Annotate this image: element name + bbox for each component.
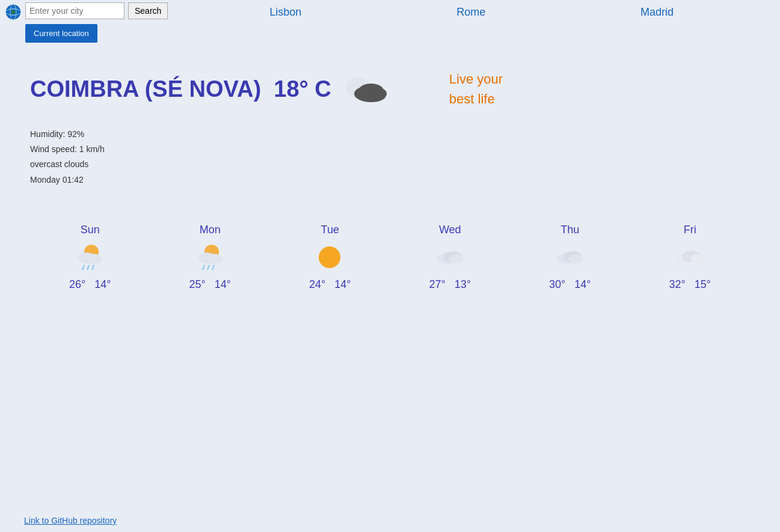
nav-city-rome[interactable]: Rome — [444, 4, 497, 21]
forecast-day-name-1: Mon — [200, 224, 221, 236]
forecast-icon-4 — [552, 242, 588, 272]
forecast-high-0: 26° — [69, 278, 85, 290]
forecast-icon-3 — [432, 242, 468, 272]
forecast-day-name-4: Thu — [560, 224, 579, 236]
forecast-day-tue: Tue 24° 14° — [294, 224, 366, 291]
svg-line-18 — [203, 265, 204, 270]
forecast-icon-2 — [312, 242, 348, 272]
weather-time: Monday 01:42 — [30, 173, 750, 188]
forecast-icon-0 — [72, 242, 108, 272]
city-nav: Lisbon Rome Madrid — [168, 2, 775, 22]
nav-city-lisbon[interactable]: Lisbon — [257, 4, 313, 21]
forecast-day-name-0: Sun — [81, 224, 100, 236]
svg-line-12 — [82, 265, 84, 270]
promo-line2: best life — [449, 91, 495, 106]
forecast-icon-1 — [192, 242, 228, 272]
search-input[interactable] — [25, 2, 124, 19]
github-link[interactable]: Link to GitHub repository — [24, 516, 117, 525]
svg-point-30 — [690, 254, 705, 264]
svg-point-24 — [449, 254, 464, 264]
forecast-day-thu: Thu 30° 14° — [534, 224, 606, 291]
svg-line-13 — [87, 265, 89, 270]
footer: Link to GitHub repository — [24, 515, 117, 526]
forecast-high-1: 25° — [189, 278, 206, 290]
humidity: Humidity: 92% — [30, 127, 750, 142]
description: overcast clouds — [30, 157, 750, 172]
forecast-high-5: 32° — [669, 278, 686, 290]
forecast-day-name-2: Tue — [321, 224, 339, 236]
weather-main: COIMBRA (SÉ NOVA) 18° C Live your best l… — [30, 69, 750, 109]
forecast-high-3: 27° — [429, 278, 446, 290]
forecast-low-2: 14° — [334, 278, 351, 290]
svg-point-3 — [11, 10, 15, 14]
forecast-day-sun: Sun 26° 14° — [54, 224, 126, 291]
forecast-temps-3: 27° 13° — [429, 278, 471, 291]
svg-point-27 — [569, 254, 583, 264]
nav-city-madrid[interactable]: Madrid — [628, 4, 686, 21]
forecast-row: Sun 26° 14° — [30, 224, 750, 291]
search-row: Search — [25, 2, 168, 19]
search-section: Search Current location — [25, 2, 168, 43]
forecast-icon-5 — [672, 242, 708, 272]
weather-details: Humidity: 92% Wind speed: 1 km/h overcas… — [30, 127, 750, 188]
forecast-day-name-5: Fri — [684, 224, 696, 236]
forecast-low-5: 15° — [695, 278, 711, 290]
main-content: COIMBRA (SÉ NOVA) 18° C Live your best l… — [0, 45, 780, 303]
svg-point-17 — [203, 254, 223, 264]
forecast-high-2: 24° — [309, 278, 325, 290]
top-bar: Search Current location Lisbon Rome Madr… — [0, 0, 780, 45]
forecast-day-mon: Mon 25° 14° — [174, 224, 246, 291]
promo-text: Live your best life — [449, 69, 503, 109]
search-button[interactable]: Search — [128, 2, 168, 19]
forecast-low-4: 14° — [574, 278, 591, 290]
promo-line1: Live your — [449, 72, 503, 87]
wind-speed: Wind speed: 1 km/h — [30, 142, 750, 157]
forecast-day-wed: Wed 27° 13° — [414, 224, 486, 291]
svg-point-8 — [357, 90, 385, 102]
forecast-low-1: 14° — [215, 278, 231, 290]
svg-line-19 — [207, 265, 209, 270]
temperature: 18° C — [274, 76, 331, 102]
globe-icon — [5, 4, 22, 20]
svg-point-21 — [319, 246, 340, 268]
forecast-low-0: 14° — [94, 278, 111, 290]
forecast-temps-2: 24° 14° — [309, 278, 351, 291]
forecast-temps-4: 30° 14° — [549, 278, 591, 291]
svg-line-14 — [92, 265, 94, 270]
forecast-day-fri: Fri 32° 15° — [654, 224, 726, 291]
forecast-section: Sun 26° 14° — [30, 224, 750, 291]
forecast-temps-0: 26° 14° — [69, 278, 111, 291]
forecast-temps-5: 32° 15° — [669, 278, 711, 291]
forecast-temps-1: 25° 14° — [189, 278, 231, 291]
current-location-button[interactable]: Current location — [25, 24, 97, 43]
svg-line-20 — [212, 265, 214, 270]
svg-point-11 — [83, 254, 102, 264]
forecast-high-4: 30° — [549, 278, 565, 290]
forecast-day-name-3: Wed — [439, 224, 461, 236]
weather-icon-main — [341, 71, 389, 107]
city-temp-display: COIMBRA (SÉ NOVA) 18° C — [30, 76, 331, 102]
forecast-low-3: 13° — [455, 278, 471, 290]
city-name: COIMBRA (SÉ NOVA) — [30, 76, 261, 102]
